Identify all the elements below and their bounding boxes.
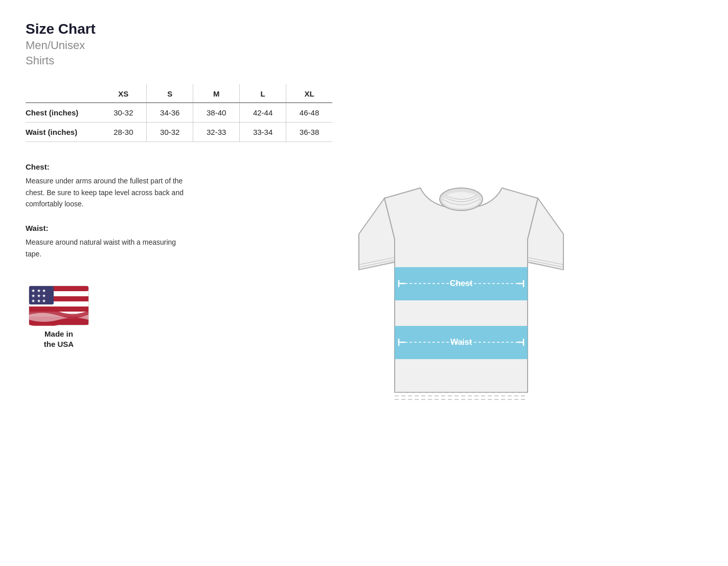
made-in-usa-label: Made in the USA bbox=[44, 329, 74, 349]
size-chart-table: XS S M L XL Chest (inches) 30-32 34-36 3… bbox=[26, 84, 332, 142]
svg-text:Waist: Waist bbox=[450, 338, 472, 346]
shirt-svg: Chest Waist bbox=[354, 168, 568, 413]
svg-text:★ ★ ★: ★ ★ ★ bbox=[31, 288, 46, 293]
table-header-row: XS S M L XL bbox=[26, 84, 332, 103]
svg-point-14 bbox=[443, 192, 480, 208]
usa-flag-icon: ★ ★ ★ ★ ★ ★ ★ ★ ★ bbox=[28, 285, 89, 326]
row-chest-l: 42-44 bbox=[240, 103, 286, 123]
row-waist-s: 30-32 bbox=[147, 123, 193, 142]
row-waist-m: 32-33 bbox=[193, 123, 240, 142]
svg-text:Chest: Chest bbox=[450, 279, 473, 288]
waist-section-desc: Measure around natural waist with a meas… bbox=[26, 237, 189, 260]
page-title: Size Chart bbox=[26, 20, 702, 38]
col-header-xl: XL bbox=[286, 84, 332, 103]
row-waist-l: 33-34 bbox=[240, 123, 286, 142]
row-chest-m: 38-40 bbox=[193, 103, 240, 123]
content-area: Chest: Measure under arms around the ful… bbox=[26, 162, 702, 413]
col-header-s: S bbox=[147, 84, 193, 103]
svg-text:★ ★ ★: ★ ★ ★ bbox=[31, 298, 46, 303]
page-header: Size Chart Men/Unisex Shirts bbox=[26, 20, 702, 69]
shirt-illustration: Chest Waist bbox=[220, 162, 702, 413]
row-waist-xs: 28-30 bbox=[100, 123, 146, 142]
table-row-chest: Chest (inches) 30-32 34-36 38-40 42-44 4… bbox=[26, 103, 332, 123]
page-subtitle-line1: Men/Unisex Shirts bbox=[26, 38, 702, 69]
waist-measurement-section: Waist: Measure around natural waist with… bbox=[26, 224, 189, 260]
chest-section-desc: Measure under arms around the fullest pa… bbox=[26, 175, 189, 209]
svg-text:★ ★ ★: ★ ★ ★ bbox=[31, 293, 46, 298]
row-waist-xl: 36-38 bbox=[286, 123, 332, 142]
row-chest-xl: 46-48 bbox=[286, 103, 332, 123]
col-header-m: M bbox=[193, 84, 240, 103]
row-waist-label: Waist (inches) bbox=[26, 123, 100, 142]
col-header-l: L bbox=[240, 84, 286, 103]
table-row-waist: Waist (inches) 28-30 30-32 32-33 33-34 3… bbox=[26, 123, 332, 142]
row-chest-label: Chest (inches) bbox=[26, 103, 100, 123]
waist-section-title: Waist: bbox=[26, 224, 189, 232]
row-chest-s: 34-36 bbox=[147, 103, 193, 123]
col-header-label bbox=[26, 84, 100, 103]
made-in-usa-badge: ★ ★ ★ ★ ★ ★ ★ ★ ★ Made in the USA bbox=[26, 285, 92, 349]
row-chest-xs: 30-32 bbox=[100, 103, 146, 123]
col-header-xs: XS bbox=[100, 84, 146, 103]
chest-measurement-section: Chest: Measure under arms around the ful… bbox=[26, 162, 189, 209]
chest-section-title: Chest: bbox=[26, 162, 189, 171]
left-column: Chest: Measure under arms around the ful… bbox=[26, 162, 189, 349]
